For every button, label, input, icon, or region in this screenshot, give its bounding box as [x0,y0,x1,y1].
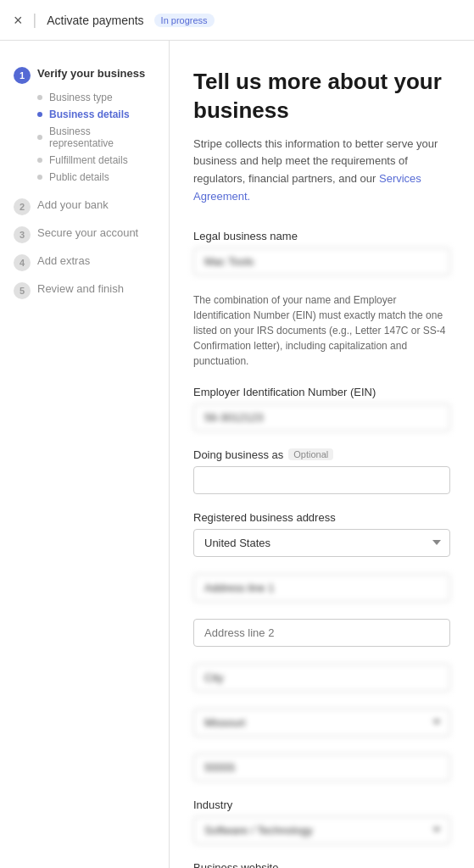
ein-input[interactable] [193,403,450,431]
substep-label-public: Public details [49,171,109,183]
sidebar-step-1[interactable]: 1 Verify your business [0,61,169,89]
website-label: Business website [193,861,450,868]
step-4-label: Add extras [37,253,90,269]
page-title: Tell us more about your business [193,68,450,125]
sidebar-step-2[interactable]: 2 Add your bank [0,192,169,220]
sidebar-substep-business-details[interactable]: Business details [0,106,169,123]
address-group: Registered business address United State… [193,511,450,557]
substep-dot-representative [37,135,42,140]
page-description: Stripe collects this information to bett… [193,136,450,206]
main-layout: 1 Verify your business Business type Bus… [0,41,474,868]
address-label: Registered business address [193,511,450,524]
substep-label-business-details: Business details [49,108,130,120]
sidebar: 1 Verify your business Business type Bus… [0,41,170,868]
sidebar-step-4[interactable]: 4 Add extras [0,248,169,276]
step-number-4: 4 [14,254,31,271]
substep-dot-fulfillment [37,158,42,163]
substep-label-fulfillment: Fulfillment details [49,154,128,166]
substep-label-business-type: Business type [49,92,113,103]
status-badge: In progress [154,14,215,27]
step-1-label: Verify your business [37,66,145,81]
industry-select[interactable]: Software / Technology [193,816,450,844]
address-line1-input[interactable] [193,574,450,602]
dba-label: Doing business as Optional [193,448,450,461]
substep-label-representative: Business representative [49,125,155,149]
city-input[interactable] [193,664,450,692]
address-line1-group [193,574,450,602]
industry-label: Industry [193,798,450,811]
step-number-1: 1 [14,67,31,84]
website-group: Business website [193,861,450,868]
sidebar-substep-business-type[interactable]: Business type [0,89,169,106]
industry-group: Industry Software / Technology [193,798,450,844]
address-line2-group [193,619,450,647]
sidebar-step-5[interactable]: 5 Review and finish [0,276,169,304]
ein-hint: The combination of your name and Employe… [193,292,450,369]
state-select[interactable]: Missouri [193,709,450,737]
dba-group: Doing business as Optional [193,448,450,494]
dba-input[interactable] [193,466,450,494]
ein-label: Employer Identification Number (EIN) [193,386,450,398]
step-number-5: 5 [14,282,31,299]
zip-input[interactable] [193,754,450,782]
substep-dot-business-details [37,112,42,117]
address-line2-input[interactable] [193,619,450,647]
step-number-2: 2 [14,198,31,215]
substep-dot-business-type [37,95,42,100]
legal-name-group: Legal business name [193,230,450,275]
state-group: Missouri [193,709,450,737]
step-2-label: Add your bank [37,198,109,213]
header: × | Activate payments In progress [0,0,474,41]
country-select[interactable]: United States [193,529,450,557]
city-group [193,664,450,692]
sidebar-substep-representative[interactable]: Business representative [0,123,169,152]
substep-dot-public [37,175,42,180]
sidebar-step-3[interactable]: 3 Secure your account [0,220,169,248]
legal-name-label: Legal business name [193,230,450,242]
sidebar-substep-fulfillment[interactable]: Fulfillment details [0,152,169,169]
optional-badge: Optional [288,448,333,460]
main-content: Tell us more about your business Stripe … [170,41,474,868]
step-5-label: Review and finish [37,281,124,297]
legal-name-input[interactable] [193,248,450,275]
sidebar-substep-public[interactable]: Public details [0,169,169,186]
close-icon[interactable]: × [14,13,23,28]
zip-group [193,754,450,782]
step-number-3: 3 [14,226,31,243]
divider: | [33,11,37,29]
header-title: Activate payments [47,14,143,27]
ein-group: Employer Identification Number (EIN) [193,386,450,431]
step-3-label: Secure your account [37,225,138,241]
